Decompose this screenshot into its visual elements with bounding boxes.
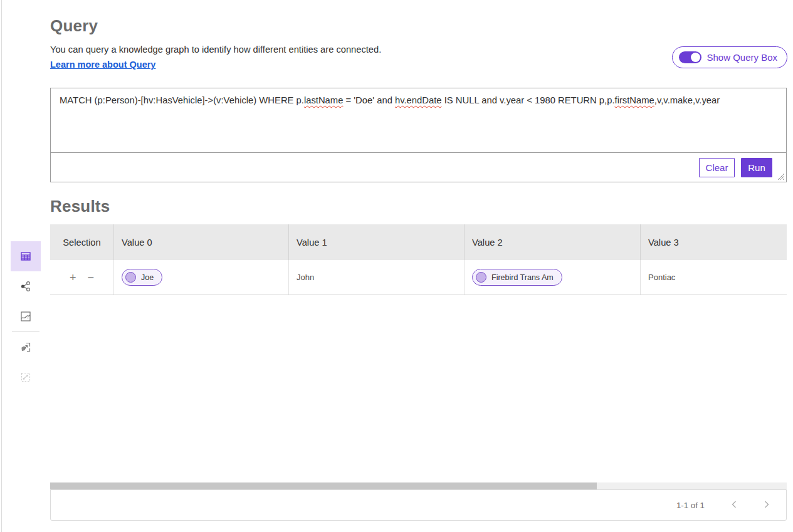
map-view-button[interactable]: [11, 301, 41, 331]
misspelled-word: firstName: [615, 95, 654, 105]
query-input[interactable]: MATCH (p:Person)-[hv:HasVehicle]->(v:Veh…: [51, 88, 786, 153]
query-box: MATCH (p:Person)-[hv:HasVehicle]->(v:Veh…: [50, 88, 787, 182]
selection-cell: + −: [50, 260, 113, 295]
toggle-on-icon[interactable]: [679, 51, 701, 63]
column-header-value3: Value 3: [640, 224, 787, 260]
value2-cell: Firebird Trans Am: [464, 260, 640, 295]
page-title: Query: [50, 16, 98, 36]
pagination-bar: 1-1 of 1: [50, 489, 787, 521]
previous-page-button[interactable]: [727, 498, 741, 513]
remove-from-selection-button[interactable]: −: [87, 271, 96, 284]
misspelled-word: hv.endDate: [395, 95, 442, 105]
results-table: Selection Value 0 Value 1 Value 2 Value …: [50, 224, 787, 295]
query-page: Query You can query a knowledge graph to…: [0, 0, 793, 532]
clear-button[interactable]: Clear: [699, 158, 735, 177]
table-header-row: Selection Value 0 Value 1 Value 2 Value …: [50, 224, 787, 260]
column-header-value2: Value 2: [464, 224, 640, 260]
panel-edge-divider: [1, 0, 2, 532]
page-range-label: 1-1 of 1: [676, 501, 705, 510]
add-to-selection-button[interactable]: +: [68, 271, 78, 284]
link-chart-view-icon: [19, 279, 33, 293]
entity-chip-label: Joe: [141, 273, 154, 282]
entity-chip[interactable]: Joe: [122, 269, 162, 286]
table-view-icon: [19, 249, 33, 263]
column-header-value1: Value 1: [288, 224, 464, 260]
add-to-link-chart-button: [11, 362, 41, 392]
entity-node-icon: [125, 272, 136, 283]
page-description: You can query a knowledge graph to ident…: [50, 44, 381, 55]
toggle-label: Show Query Box: [706, 52, 777, 63]
link-chart-view-button[interactable]: [11, 271, 41, 301]
entity-node-icon: [476, 272, 486, 283]
column-header-selection: Selection: [50, 224, 113, 260]
value3-cell: Pontiac: [640, 260, 787, 295]
value0-cell: Joe: [113, 260, 288, 295]
chevron-left-icon: [731, 500, 737, 509]
query-actions: Clear Run: [51, 153, 786, 182]
horizontal-scrollbar[interactable]: [50, 482, 787, 489]
add-to-map-button[interactable]: [11, 332, 41, 362]
next-page-button[interactable]: [760, 498, 774, 513]
show-query-box-toggle[interactable]: Show Query Box: [672, 46, 787, 68]
value1-cell: John: [288, 260, 464, 295]
results-view-sidebar: [11, 241, 41, 392]
run-button[interactable]: Run: [741, 158, 772, 177]
learn-more-link[interactable]: Learn more about Query: [50, 60, 155, 70]
add-to-map-icon: [19, 340, 33, 354]
table-view-button[interactable]: [11, 241, 41, 271]
misspelled-word: lastName: [304, 95, 344, 105]
add-to-link-chart-icon: [19, 370, 33, 384]
entity-chip[interactable]: Firebird Trans Am: [472, 269, 562, 286]
scrollbar-thumb[interactable]: [50, 482, 597, 489]
toggle-knob: [691, 53, 700, 62]
entity-chip-label: Firebird Trans Am: [491, 273, 554, 282]
chevron-right-icon: [764, 500, 770, 509]
map-view-icon: [19, 310, 33, 323]
column-header-value0: Value 0: [113, 224, 288, 260]
resize-handle-icon[interactable]: [777, 172, 785, 180]
results-title: Results: [50, 197, 110, 216]
table-row: + − Joe John Firebird Trans Am Pontiac: [50, 260, 787, 295]
